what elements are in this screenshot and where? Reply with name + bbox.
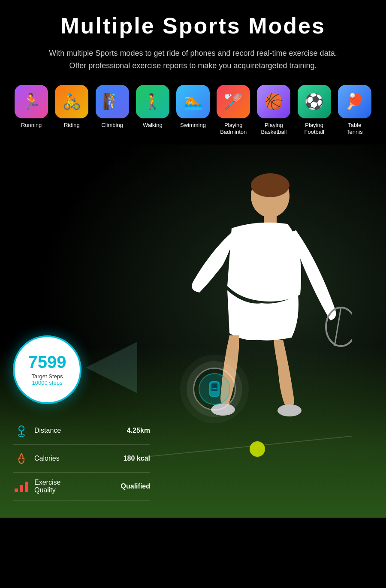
sport-item-tabletennis: 🏓Table Tennis [336,85,373,136]
stat-name-calories: Calories [34,455,124,462]
player-figure [137,157,352,501]
sport-label-riding: Riding [64,122,80,129]
stat-value-calories: 180 kcal [124,455,150,462]
svg-point-5 [326,308,352,346]
sport-item-running: 🏃Running [13,85,50,129]
sport-icon-running: 🏃 [15,85,48,118]
sport-icon-basketball: 🏀 [257,85,290,118]
sport-label-running: Running [21,122,42,129]
svg-point-8 [250,441,265,457]
stat-row-distance: Distance4.25km [13,417,150,445]
sport-icon-swimming: 🏊 [176,85,210,118]
sport-label-swimming: Swimming [180,122,206,129]
sport-item-riding: 🚴Riding [53,85,90,129]
svg-point-12 [19,426,24,431]
stat-row-exercise: Exercise QualityQualified [13,473,150,501]
svg-text:7599: 7599 [211,387,217,390]
stats-list: Distance4.25kmCalories180 kcalExercise Q… [13,417,150,501]
sport-icon-football: ⚽ [298,85,331,118]
data-panel: 7599 Target Steps 10000 steps Distance4.… [13,335,150,501]
sport-icon-walking: 🚶 [136,85,169,118]
sport-item-climbing: 🧗Climbing [93,85,130,129]
sport-item-football: ⚽Playing Football [296,85,333,136]
sport-item-badminton: 🏸Playing Badminton [215,85,252,136]
top-section: Multiple Sports Modes With multiple Spor… [0,0,386,145]
steps-circle-container: 7599 Target Steps 10000 steps [13,335,150,404]
stat-icon-exercise [13,478,30,495]
steps-target: 10000 steps [32,380,63,386]
svg-point-4 [277,404,302,416]
sport-label-climbing: Climbing [101,122,123,129]
svg-rect-15 [20,485,23,492]
sport-icon-badminton: 🏸 [217,85,250,118]
page-title: Multiple Sports Modes [9,13,377,39]
stat-name-distance: Distance [34,427,127,434]
steps-number: 7599 [28,353,66,371]
sport-icon-climbing: 🧗 [96,85,129,118]
sport-label-basketball: Playing Basketball [261,122,286,136]
svg-rect-14 [15,488,18,492]
svg-rect-16 [25,482,28,492]
sport-icon-riding: 🚴 [55,85,88,118]
steps-label: Target Steps [32,373,63,380]
steps-circle: 7599 Target Steps 10000 steps [13,335,81,404]
watch-hint: 7599 [193,368,236,410]
stat-name-exercise: Exercise Quality [34,479,121,494]
sport-item-walking: 🚶Walking [134,85,171,129]
page-subtitle: With multiple Sports modes to get ride o… [43,47,343,72]
photo-section: 7599 7599 Target Steps 10000 steps Dista… [0,145,386,518]
sport-item-basketball: 🏀Playing Basketball [255,85,292,136]
stat-icon-calories [13,450,30,467]
sport-icon-tabletennis: 🏓 [338,85,371,118]
sport-item-swimming: 🏊Swimming [175,85,211,129]
sport-label-badminton: Playing Badminton [220,122,247,136]
watch-inner: 7599 [199,373,230,405]
svg-point-1 [251,173,290,197]
sport-label-walking: Walking [143,122,163,129]
sport-label-tabletennis: Table Tennis [347,122,363,136]
sports-icons-row: 🏃Running🚴Riding🧗Climbing🚶Walking🏊Swimmin… [9,85,377,136]
stat-row-calories: Calories180 kcal [13,445,150,473]
sport-label-football: Playing Football [305,122,324,136]
stat-value-exercise: Qualified [121,482,150,490]
stat-icon-distance [13,422,30,439]
stat-value-distance: 4.25km [127,427,150,434]
svg-line-7 [137,436,352,458]
